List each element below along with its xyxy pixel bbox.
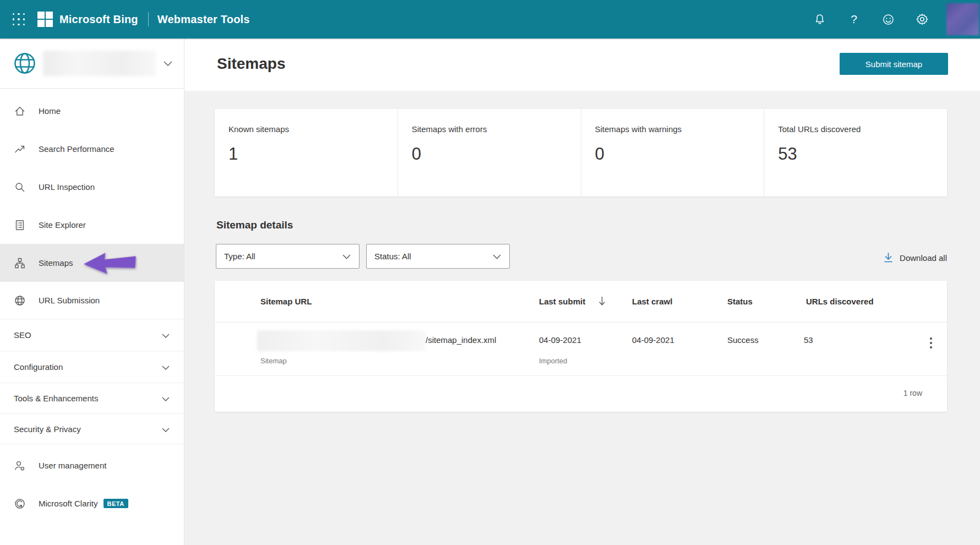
sidebar-item-user-management[interactable]: User management — [0, 446, 184, 484]
sidebar-item-sitemaps[interactable]: Sitemaps — [0, 244, 184, 282]
app-launcher-icon[interactable] — [12, 13, 25, 26]
status-value: Success — [727, 335, 759, 345]
home-icon — [14, 106, 25, 117]
sidebar-item-label: URL Submission — [39, 296, 100, 305]
download-all-button[interactable]: Download all — [884, 250, 947, 265]
sidebar-item-label: Home — [39, 106, 61, 116]
sidebar-group-security-privacy[interactable]: Security & Privacy — [0, 413, 184, 444]
submit-sitemap-button[interactable]: Submit sitemap — [840, 53, 948, 75]
sidebar-group-configuration[interactable]: Configuration — [0, 351, 184, 383]
chevron-down-icon — [162, 394, 170, 403]
sort-descending-icon — [598, 296, 606, 306]
sidebar-nav: Home Search Performance URL Inspection S… — [0, 39, 184, 545]
sitemap-url-redacted — [257, 330, 426, 351]
settings-gear-icon[interactable] — [910, 7, 934, 31]
document-list-icon — [14, 220, 25, 231]
page-header: Sitemaps Submit sitemap — [184, 39, 980, 91]
stat-card-sitemaps-errors: Sitemaps with errors 0 — [398, 109, 581, 197]
brand-primary: Microsoft Bing — [59, 13, 138, 26]
stats-cards: Known sitemaps 1 Sitemaps with errors 0 … — [215, 109, 947, 197]
stat-card-total-urls: Total URLs discovered 53 — [764, 109, 947, 197]
site-selector[interactable] — [0, 39, 184, 89]
download-icon — [884, 253, 893, 263]
sitemaps-table: Sitemap URL Last submit Last crawl Statu… — [215, 281, 947, 412]
magnifier-icon — [14, 182, 25, 193]
column-header-sitemap-url[interactable]: Sitemap URL — [260, 281, 312, 322]
chevron-down-icon — [162, 330, 170, 340]
last-submit-note: Imported — [539, 357, 567, 365]
sidebar-item-label: Search Performance — [39, 144, 115, 154]
trend-arrow-icon — [14, 144, 25, 155]
brand-secondary: Webmaster Tools — [157, 13, 250, 26]
stat-value: 53 — [778, 144, 797, 164]
stat-value: 0 — [412, 144, 421, 164]
sidebar-item-label: Sitemaps — [39, 258, 73, 268]
site-name-redacted — [43, 51, 156, 76]
page-title: Sitemaps — [217, 55, 286, 73]
top-app-bar: Microsoft Bing Webmaster Tools ? — [0, 0, 980, 39]
sidebar-group-label: SEO — [14, 330, 31, 340]
sidebar-item-search-performance[interactable]: Search Performance — [0, 130, 184, 168]
section-heading: Sitemap details — [216, 219, 293, 231]
sidebar-group-label: Configuration — [14, 362, 63, 372]
sidebar-item-site-explorer[interactable]: Site Explorer — [0, 206, 184, 244]
sitemap-type-label: Sitemap — [260, 357, 287, 365]
table-footer: 1 row — [215, 375, 947, 412]
column-header-last-submit[interactable]: Last submit — [539, 281, 585, 322]
row-count: 1 row — [903, 389, 922, 397]
chevron-down-icon — [493, 252, 501, 261]
download-all-label: Download all — [900, 253, 947, 263]
clarity-logo-icon — [14, 498, 25, 509]
sidebar-item-label: URL Inspection — [39, 182, 95, 192]
row-actions-kebab-icon[interactable] — [924, 334, 938, 352]
sidebar-item-label: User management — [39, 461, 106, 470]
table-row[interactable]: /sitemap_index.xml Sitemap 04-09-2021 Im… — [215, 322, 947, 375]
main-content: Sitemaps Submit sitemap Known sitemaps 1… — [184, 39, 980, 545]
chevron-down-icon — [164, 58, 172, 68]
stat-label: Sitemaps with warnings — [595, 124, 682, 134]
user-avatar[interactable] — [946, 3, 979, 35]
stat-label: Total URLs discovered — [778, 124, 861, 134]
feedback-smiley-icon[interactable] — [876, 7, 900, 31]
column-header-last-crawl[interactable]: Last crawl — [632, 281, 672, 322]
sidebar-group-label: Security & Privacy — [14, 424, 81, 434]
brand-separator — [148, 12, 149, 26]
sidebar-item-url-inspection[interactable]: URL Inspection — [0, 168, 184, 206]
dropdown-value: Type: All — [224, 252, 255, 261]
last-submit-value: 04-09-2021 — [539, 335, 581, 345]
stat-value: 0 — [595, 144, 605, 164]
chevron-down-icon — [342, 252, 351, 261]
sidebar-item-url-submission[interactable]: URL Submission — [0, 282, 184, 319]
sidebar-item-label: Site Explorer — [39, 220, 86, 230]
microsoft-logo — [37, 12, 53, 27]
chevron-down-icon — [162, 362, 170, 372]
stat-value: 1 — [228, 144, 238, 164]
column-header-urls-discovered[interactable]: URLs discovered — [806, 281, 874, 322]
stat-card-sitemaps-warnings: Sitemaps with warnings 0 — [581, 109, 764, 197]
last-crawl-value: 04-09-2021 — [632, 335, 674, 345]
sidebar-group-tools-enhancements[interactable]: Tools & Enhancements — [0, 383, 184, 413]
sidebar-item-home[interactable]: Home — [0, 92, 184, 130]
sitemap-url-suffix: /sitemap_index.xml — [426, 335, 496, 345]
sidebar-item-microsoft-clarity[interactable]: Microsoft Clarity BETA — [0, 484, 184, 522]
stat-label: Known sitemaps — [228, 124, 289, 134]
notifications-bell-icon[interactable] — [808, 7, 832, 31]
stat-card-known-sitemaps: Known sitemaps 1 — [215, 109, 398, 197]
sidebar-group-seo[interactable]: SEO — [0, 319, 184, 351]
help-icon[interactable]: ? — [842, 7, 866, 31]
column-header-status[interactable]: Status — [727, 281, 753, 322]
chevron-down-icon — [162, 424, 170, 434]
stat-label: Sitemaps with errors — [412, 124, 487, 134]
globe-icon — [14, 295, 25, 306]
sidebar-group-label: Tools & Enhancements — [14, 394, 98, 403]
sidebar-item-label: Microsoft Clarity — [39, 499, 98, 508]
type-filter-dropdown[interactable]: Type: All — [216, 244, 360, 269]
urls-discovered-value: 53 — [804, 335, 813, 345]
beta-badge: BETA — [104, 499, 128, 508]
dropdown-value: Status: All — [374, 252, 411, 261]
user-management-icon — [14, 460, 25, 471]
status-filter-dropdown[interactable]: Status: All — [366, 244, 510, 269]
site-globe-icon — [13, 52, 36, 75]
sitemap-icon — [14, 258, 25, 269]
